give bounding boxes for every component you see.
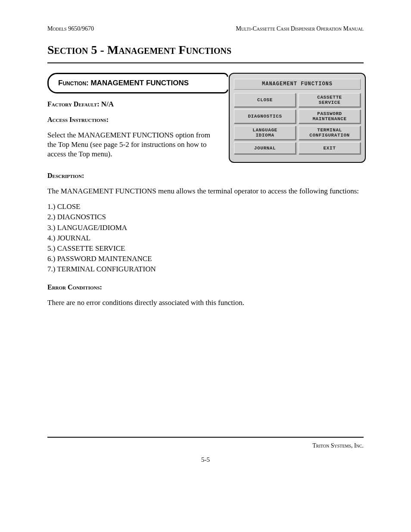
header-left: Models 9650/9670: [47, 25, 94, 33]
error-conditions-text: There are no error conditions directly a…: [47, 298, 364, 308]
header-right: Multi-Cassette Cash Dispenser Operation …: [236, 25, 364, 33]
list-item: 5.) CASSETTE SERVICE: [47, 244, 364, 253]
page-number: 5-5: [47, 456, 364, 464]
function-name-box: Function: MANAGEMENT FUNCTIONS: [47, 73, 228, 93]
error-conditions-label: Error Conditions:: [47, 283, 102, 291]
screen-button-terminal-configuration[interactable]: TERMINALCONFIGURATION: [299, 126, 361, 140]
screen-title: MANAGEMENT FUNCTIONS: [234, 79, 361, 90]
access-instructions-text: Select the MANAGEMENT FUNCTIONS option f…: [47, 131, 218, 159]
access-instructions-label: Access Instructions:: [47, 116, 109, 123]
list-item: 1.) CLOSE: [47, 202, 364, 212]
list-item: 7.) TERMINAL CONFIGURATION: [47, 264, 364, 274]
section-rule: [47, 62, 364, 63]
footer-rule: [47, 437, 364, 438]
screen-button-grid: CLOSE CASSETTESERVICE DIAGNOSTICS PASSWO…: [234, 93, 361, 154]
list-item: 4.) JOURNAL: [47, 233, 364, 243]
footer-company: Triton Systems, Inc.: [312, 442, 364, 450]
list-item: 6.) PASSWORD MAINTENANCE: [47, 254, 364, 264]
screen-button-diagnostics[interactable]: DIAGNOSTICS: [234, 109, 296, 124]
page-header: Models 9650/9670 Multi-Cassette Cash Dis…: [47, 25, 364, 33]
function-list: 1.) CLOSE 2.) DIAGNOSTICS 3.) LANGUAGE/I…: [47, 202, 364, 274]
screen-button-exit[interactable]: EXIT: [299, 142, 361, 154]
terminal-screenshot: MANAGEMENT FUNCTIONS CLOSE CASSETTESERVI…: [229, 73, 366, 163]
screen-button-close[interactable]: CLOSE: [234, 93, 296, 107]
description-label: Description:: [47, 172, 84, 179]
section-title: Section 5 - Management Functions: [47, 42, 364, 58]
list-item: 2.) DIAGNOSTICS: [47, 212, 364, 222]
screen-button-language-idioma[interactable]: LANGUAGEIDIOMA: [234, 126, 296, 140]
function-prefix: Function:: [58, 79, 89, 87]
screen-button-journal[interactable]: JOURNAL: [234, 142, 296, 154]
screen-button-cassette-service[interactable]: CASSETTESERVICE: [299, 93, 361, 107]
list-item: 3.) LANGUAGE/IDIOMA: [47, 223, 364, 233]
factory-default-label: Factory Default:: [47, 100, 100, 108]
factory-default-value: N/A: [101, 100, 114, 108]
screen-button-password-maintenance[interactable]: PASSWORDMAINTENANCE: [299, 109, 361, 124]
function-name: MANAGEMENT FUNCTIONS: [90, 79, 189, 87]
description-text: The MANAGEMENT FUNCTIONS menu allows the…: [47, 187, 364, 196]
